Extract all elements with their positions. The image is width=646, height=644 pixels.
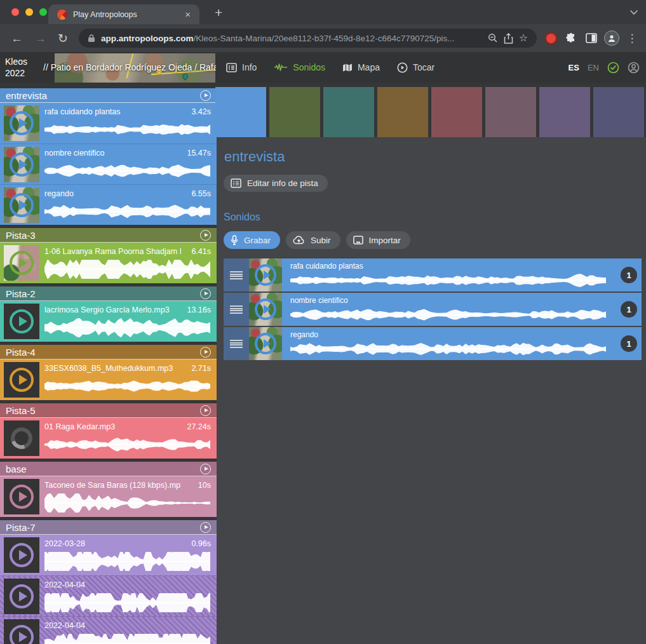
- section-play-button[interactable]: [200, 347, 211, 358]
- play-icon[interactable]: [10, 368, 34, 392]
- side-panel-icon[interactable]: [582, 29, 600, 47]
- extensions-puzzle-icon[interactable]: [562, 29, 580, 47]
- drag-handle[interactable]: [224, 293, 249, 326]
- section-play-button[interactable]: [200, 90, 211, 101]
- track-square[interactable]: [539, 87, 590, 137]
- section-header[interactable]: Pista-7: [0, 520, 217, 535]
- tab-info[interactable]: Info: [226, 62, 257, 72]
- sound-thumbnail[interactable]: [249, 327, 282, 360]
- address-bar[interactable]: app.antropoloops.com/Kleos-Santa-Marina/…: [79, 29, 537, 48]
- sound-row-body[interactable]: rafa cuidando plantas 1: [282, 258, 642, 292]
- play-icon[interactable]: [10, 584, 34, 608]
- sound-row[interactable]: lacrimosa Sergio García Merlo.mp3 13.16s: [0, 301, 217, 342]
- drag-handle[interactable]: [224, 258, 249, 292]
- section-header[interactable]: base: [0, 462, 217, 476]
- sound-row[interactable]: 1-06 Lavanya Rama Poorna Shadjam Rupak..…: [0, 243, 217, 283]
- panel-sound-row[interactable]: rafa cuidando plantas 1: [224, 258, 642, 292]
- window-minimize-button[interactable]: [25, 8, 33, 16]
- play-icon[interactable]: [255, 264, 276, 286]
- sound-row[interactable]: 33ESX6038_B5_Muthedukkum.mp3 2.71s: [0, 359, 217, 400]
- sound-row[interactable]: Taconeo de Sara Baras (128 kbps).mp3 10s: [0, 476, 217, 517]
- sound-row-body[interactable]: nombre cientifico 1: [282, 293, 642, 326]
- section-play-button[interactable]: [200, 405, 211, 416]
- play-icon[interactable]: [10, 251, 34, 275]
- upload-button[interactable]: Subir: [286, 231, 340, 249]
- breadcrumb[interactable]: // Patio en Bordador Rodríguez Ojeda / R…: [43, 52, 216, 83]
- track-square[interactable]: [431, 87, 482, 137]
- section-header[interactable]: Pista-3: [0, 228, 217, 243]
- drag-handle[interactable]: [224, 327, 249, 360]
- section-header[interactable]: entrevista: [0, 88, 217, 103]
- app-logo[interactable]: Kleos 2022: [5, 56, 27, 79]
- sound-thumbnail[interactable]: [249, 258, 282, 292]
- section-header[interactable]: Pista-4: [0, 345, 217, 359]
- profile-avatar[interactable]: [603, 29, 621, 47]
- sound-thumbnail[interactable]: [4, 420, 39, 456]
- back-button[interactable]: ←: [5, 31, 29, 46]
- section-play-button[interactable]: [200, 288, 211, 299]
- panel-sound-row[interactable]: nombre cientifico 1: [224, 293, 642, 326]
- track-square[interactable]: [323, 87, 374, 137]
- tab-mapa[interactable]: Mapa: [342, 62, 380, 72]
- sound-thumbnail[interactable]: [4, 105, 39, 141]
- status-check-icon[interactable]: [607, 62, 619, 74]
- new-tab-button[interactable]: +: [211, 4, 226, 22]
- play-icon[interactable]: [255, 299, 276, 320]
- play-icon[interactable]: [10, 111, 34, 135]
- sound-thumbnail[interactable]: [4, 187, 39, 223]
- sound-row[interactable]: 01 Raga Kedar.mp3 27.24s: [0, 418, 217, 459]
- play-icon[interactable]: [255, 333, 276, 354]
- sound-row[interactable]: rafa cuidando plantas 3.42s: [0, 103, 217, 144]
- sound-thumbnail[interactable]: [4, 362, 39, 398]
- sound-thumbnail[interactable]: [4, 579, 39, 614]
- sound-thumbnail[interactable]: [4, 479, 39, 514]
- play-icon[interactable]: [10, 309, 34, 333]
- sound-row-body[interactable]: regando 1: [282, 327, 642, 360]
- import-button[interactable]: Importar: [346, 231, 410, 249]
- sound-row[interactable]: regando 6.55s: [0, 184, 217, 225]
- bookmark-star-icon[interactable]: ☆: [519, 33, 528, 43]
- tab-search-chevron-icon[interactable]: [629, 8, 638, 17]
- reload-button[interactable]: ↻: [52, 31, 74, 46]
- forward-button[interactable]: →: [29, 31, 52, 46]
- sound-thumbnail[interactable]: [4, 304, 39, 339]
- tab-tocar[interactable]: Tocar: [397, 62, 434, 73]
- share-icon[interactable]: [504, 33, 513, 44]
- play-icon[interactable]: [10, 485, 34, 509]
- edit-track-info-button[interactable]: Editar info de pista: [224, 175, 328, 192]
- track-square[interactable]: [377, 87, 428, 137]
- sound-row[interactable]: nombre cientifico 15.47s: [0, 144, 217, 184]
- section-play-button[interactable]: [200, 230, 211, 241]
- panel-sound-row[interactable]: regando 1: [224, 327, 642, 360]
- sound-row-muted[interactable]: 2022-04-04: [0, 575, 217, 616]
- lang-es[interactable]: ES: [569, 63, 579, 72]
- section-header[interactable]: Pista-2: [0, 286, 217, 301]
- lang-en[interactable]: EN: [588, 63, 599, 72]
- sound-thumbnail[interactable]: [249, 293, 282, 326]
- record-button[interactable]: Grabar: [224, 231, 280, 249]
- track-square[interactable]: [593, 87, 644, 137]
- section-header[interactable]: Pista-5: [0, 403, 217, 418]
- account-icon[interactable]: [628, 62, 640, 74]
- track-square[interactable]: [485, 87, 536, 137]
- sound-thumbnail[interactable]: [4, 537, 39, 573]
- track-square-selected[interactable]: [215, 87, 266, 137]
- track-square[interactable]: [269, 87, 320, 137]
- tab-close-icon[interactable]: ×: [182, 8, 193, 20]
- play-icon[interactable]: [10, 543, 34, 567]
- browser-menu-icon[interactable]: ⋮: [623, 29, 641, 47]
- zoom-out-icon[interactable]: [488, 33, 498, 43]
- play-icon[interactable]: [10, 193, 34, 217]
- play-icon[interactable]: [10, 152, 34, 177]
- window-zoom-button[interactable]: [39, 8, 47, 16]
- sound-row[interactable]: 2022-03-28 0.96s: [0, 535, 217, 575]
- tab-sonidos[interactable]: Sonidos: [274, 62, 325, 72]
- record-extension-icon[interactable]: [542, 29, 560, 47]
- sound-thumbnail[interactable]: [4, 245, 39, 281]
- section-play-button[interactable]: [200, 464, 211, 474]
- browser-tab[interactable]: Play Antropoloops ×: [48, 4, 199, 24]
- sound-row-muted[interactable]: 2022-04-04: [0, 616, 217, 644]
- play-icon[interactable]: [10, 625, 34, 644]
- section-play-button[interactable]: [200, 522, 211, 533]
- window-close-button[interactable]: [11, 8, 19, 16]
